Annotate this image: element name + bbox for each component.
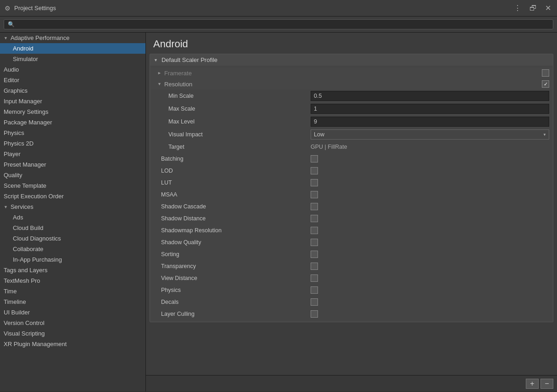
scaler-value-shadowmap-resolution [311, 227, 549, 234]
scaler-value-shadow-distance [311, 215, 549, 222]
add-button[interactable]: + [526, 379, 539, 389]
framerate-arrow [157, 71, 162, 75]
sidebar-item-tags-and-layers[interactable]: Tags and Layers [0, 265, 145, 275]
sidebar-item-textmesh-pro[interactable]: TextMesh Pro [0, 275, 145, 286]
sidebar-item-version-control[interactable]: Version Control [0, 318, 145, 328]
scaler-label-layer-culling: Layer Culling [161, 311, 311, 317]
sidebar-item-graphics[interactable]: Graphics [0, 85, 145, 96]
sidebar-item-simulator[interactable]: Simulator [0, 54, 145, 64]
sidebar-item-label: Scene Template [4, 182, 46, 189]
scaler-row-lut: LUT [150, 177, 553, 189]
sidebar-item-player[interactable]: Player [0, 149, 145, 159]
window-title: Project Settings [14, 5, 56, 11]
sidebar-item-package-manager[interactable]: Package Manager [0, 117, 145, 128]
transparency-checkbox[interactable] [311, 263, 318, 270]
resolution-checkbox[interactable] [542, 80, 549, 88]
sidebar-item-xr-plugin-management[interactable]: XR Plugin Management [0, 339, 145, 349]
scaler-label-sorting: Sorting [161, 251, 311, 258]
content-header: Android [146, 33, 557, 54]
shadowmap-resolution-checkbox[interactable] [311, 227, 318, 234]
scaler-value-batching [311, 155, 549, 162]
scaler-value-shadow-cascade [311, 203, 549, 210]
field-row-max-level: Max Level [150, 115, 553, 128]
scaler-row-shadow-cascade: Shadow Cascade [150, 201, 553, 213]
decals-checkbox[interactable] [311, 298, 318, 306]
sidebar-item-label: Physics 2D [4, 140, 33, 147]
scaler-label-shadow-quality: Shadow Quality [161, 239, 311, 246]
sidebar-item-cloud-build[interactable]: Cloud Build [0, 223, 145, 233]
sidebar-item-ads[interactable]: Ads [0, 212, 145, 223]
scaler-value-decals [311, 298, 549, 306]
sidebar-item-physics[interactable]: Physics [0, 128, 145, 138]
sidebar-item-adaptive-performance[interactable]: Adaptive Performance [0, 33, 145, 43]
batching-checkbox[interactable] [311, 155, 318, 162]
scaler-row-physics: Physics [150, 284, 553, 296]
sidebar-item-quality[interactable]: Quality [0, 170, 145, 180]
scaler-value-layer-culling [311, 310, 549, 318]
sidebar-item-services[interactable]: Services [0, 202, 145, 212]
section-header-default-scaler[interactable]: Default Scaler Profile [150, 54, 553, 66]
sidebar-item-label: Timeline [4, 298, 26, 305]
default-scaler-panel: Default Scaler Profile Framerate Resolut… [150, 54, 553, 322]
arrow-icon [4, 205, 8, 209]
scaler-value-view-distance [311, 274, 549, 282]
scaler-row-transparency: Transparency [150, 260, 553, 272]
sidebar-item-collaborate[interactable]: Collaborate [0, 244, 145, 254]
sidebar-item-in-app-purchasing[interactable]: In-App Purchasing [0, 254, 145, 265]
scaler-label-transparency: Transparency [161, 263, 311, 269]
sidebar: Adaptive PerformanceAndroidSimulatorAudi… [0, 33, 146, 392]
view-distance-checkbox[interactable] [311, 274, 318, 282]
field-value-max-level [311, 117, 549, 127]
field-label-target: Target [161, 144, 311, 150]
sidebar-item-physics-2d[interactable]: Physics 2D [0, 138, 145, 149]
lut-checkbox[interactable] [311, 179, 318, 186]
field-value-max-scale [311, 104, 549, 114]
more-options-btn[interactable]: ⋮ [512, 3, 524, 13]
scaler-label-batching: Batching [161, 156, 311, 162]
layer-culling-checkbox[interactable] [311, 310, 318, 318]
scaler-label-msaa: MSAA [161, 191, 311, 198]
sidebar-item-scene-template[interactable]: Scene Template [0, 180, 145, 191]
remove-button[interactable]: − [540, 379, 553, 389]
sidebar-item-cloud-diagnostics[interactable]: Cloud Diagnostics [0, 233, 145, 244]
page-title: Android [153, 38, 550, 50]
content-scroll[interactable]: Default Scaler Profile Framerate Resolut… [146, 54, 557, 375]
sidebar-item-label: Services [11, 203, 33, 210]
sidebar-item-label: Preset Manager [4, 161, 46, 168]
framerate-checkbox[interactable] [542, 69, 549, 77]
sidebar-item-label: Visual Scripting [4, 330, 45, 337]
subsection-framerate[interactable]: Framerate [150, 67, 553, 78]
content-area: Android Default Scaler Profile Framerate… [146, 33, 557, 392]
sidebar-item-audio[interactable]: Audio [0, 64, 145, 75]
visual-impact-wrapper: LowMediumHigh [311, 129, 549, 140]
sidebar-item-memory-settings[interactable]: Memory Settings [0, 106, 145, 117]
arrow-icon [4, 36, 8, 40]
physics-checkbox[interactable] [311, 286, 318, 294]
maximize-btn[interactable]: 🗗 [527, 3, 539, 13]
sidebar-item-editor[interactable]: Editor [0, 75, 145, 85]
sidebar-item-input-manager[interactable]: Input Manager [0, 96, 145, 106]
sidebar-item-ui-builder[interactable]: UI Builder [0, 307, 145, 318]
search-input[interactable] [4, 19, 553, 29]
sidebar-item-script-execution-order[interactable]: Script Execution Order [0, 191, 145, 202]
close-btn[interactable]: ✕ [543, 3, 553, 13]
sidebar-item-timeline[interactable]: Timeline [0, 297, 145, 307]
field-label-min-scale: Min Scale [161, 93, 311, 99]
msaa-checkbox[interactable] [311, 191, 318, 198]
min-scale-input[interactable] [311, 91, 549, 101]
sorting-checkbox[interactable] [311, 251, 318, 258]
lod-checkbox[interactable] [311, 167, 318, 174]
scaler-row-decals: Decals [150, 296, 553, 308]
sidebar-item-time[interactable]: Time [0, 286, 145, 297]
max-scale-input[interactable] [311, 104, 549, 114]
sidebar-item-preset-manager[interactable]: Preset Manager [0, 159, 145, 170]
shadow-cascade-checkbox[interactable] [311, 203, 318, 210]
shadow-quality-checkbox[interactable] [311, 239, 318, 246]
sidebar-item-android[interactable]: Android [0, 43, 145, 54]
sidebar-item-label: In-App Purchasing [13, 256, 62, 263]
max-level-input[interactable] [311, 117, 549, 127]
shadow-distance-checkbox[interactable] [311, 215, 318, 222]
visual-impact-select[interactable]: LowMediumHigh [311, 129, 549, 140]
sidebar-item-visual-scripting[interactable]: Visual Scripting [0, 328, 145, 339]
subsection-resolution[interactable]: Resolution [150, 78, 553, 90]
